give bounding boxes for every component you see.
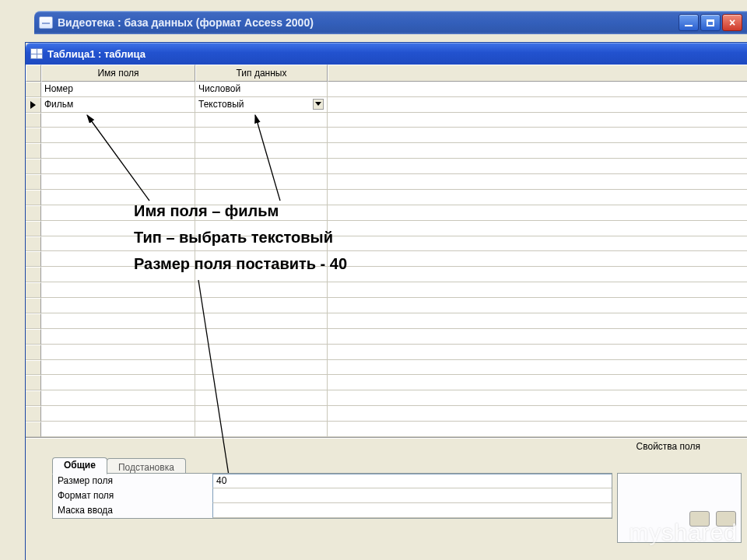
cell-fieldname[interactable]: Номер — [41, 82, 195, 97]
watermark: mymysharedshared — [629, 520, 738, 546]
field-row-empty[interactable] — [26, 375, 747, 390]
close-button[interactable]: × — [722, 14, 742, 31]
field-row-empty[interactable] — [26, 221, 747, 236]
row-selector[interactable] — [26, 97, 41, 113]
field-row-empty[interactable] — [26, 113, 747, 128]
grid-corner[interactable] — [26, 65, 41, 82]
field-row-empty[interactable] — [26, 251, 747, 267]
field-row-empty[interactable] — [26, 422, 747, 437]
prop-label-inputmask: Маска ввода — [53, 503, 212, 518]
cell-datatype[interactable]: Текстовый — [195, 97, 328, 113]
field-row-empty[interactable] — [26, 236, 747, 252]
datatype-dropdown-icon[interactable] — [313, 99, 324, 110]
field-row-empty[interactable] — [26, 190, 747, 205]
cell-description[interactable] — [328, 97, 747, 113]
field-row[interactable]: Номер Числовой — [26, 82, 747, 97]
row-selector[interactable] — [26, 82, 41, 97]
prop-value-fieldsize[interactable]: 40 — [212, 474, 612, 488]
prop-label-fieldsize: Размер поля — [53, 474, 212, 488]
minimize-button[interactable] — [679, 14, 699, 31]
column-header-datatype[interactable]: Тип данных — [195, 65, 328, 82]
database-icon — [39, 16, 53, 29]
cell-description[interactable] — [328, 82, 747, 97]
field-row-empty[interactable] — [26, 205, 747, 221]
prop-value-inputmask[interactable] — [212, 503, 612, 518]
field-row-empty[interactable] — [26, 313, 747, 329]
column-header-description[interactable] — [328, 65, 747, 82]
field-row-empty[interactable] — [26, 128, 747, 143]
parent-window-title: Видеотека : база данных (формат Access 2… — [58, 16, 314, 29]
properties-section-label: Свойства поля — [26, 438, 747, 453]
field-row-empty[interactable] — [26, 159, 747, 174]
column-header-fieldname[interactable]: Имя поля — [41, 65, 195, 82]
prop-value-format[interactable] — [212, 488, 612, 503]
field-row-empty[interactable] — [26, 329, 747, 345]
cell-fieldname[interactable]: Фильм — [41, 97, 195, 113]
field-row[interactable]: Фильм Текстовый — [26, 97, 747, 113]
field-row-empty[interactable] — [26, 406, 747, 422]
field-row-empty[interactable] — [26, 282, 747, 298]
table-icon — [30, 48, 43, 59]
properties-panel: Размер поля 40 Формат поля Маска ввода — [52, 473, 612, 519]
table-designer-window: Таблица1 : таблица Имя поля Тип данных Н… — [25, 42, 747, 560]
child-window-title: Таблица1 : таблица — [47, 48, 146, 60]
field-row-empty[interactable] — [26, 298, 747, 313]
parent-window-titlebar[interactable]: Видеотека : база данных (формат Access 2… — [34, 11, 747, 34]
cell-datatype[interactable]: Числовой — [195, 82, 328, 97]
field-row-empty[interactable] — [26, 143, 747, 159]
current-row-icon — [30, 101, 36, 109]
field-row-empty[interactable] — [26, 390, 747, 406]
prop-label-format: Формат поля — [53, 488, 212, 503]
maximize-button[interactable] — [700, 14, 721, 31]
field-row-empty[interactable] — [26, 345, 747, 360]
child-window-titlebar[interactable]: Таблица1 : таблица — [26, 43, 747, 65]
field-row-empty[interactable] — [26, 360, 747, 376]
field-row-empty[interactable] — [26, 174, 747, 190]
field-design-grid: Имя поля Тип данных Номер Числовой Фильм… — [26, 65, 747, 438]
tab-general[interactable]: Общие — [52, 457, 107, 474]
field-row-empty[interactable] — [26, 267, 747, 282]
